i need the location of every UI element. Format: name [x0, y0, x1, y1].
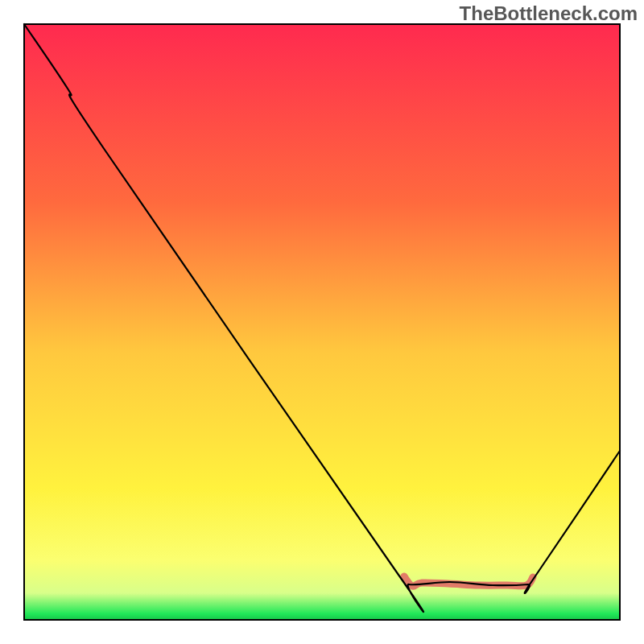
- chart-container: TheBottleneck.com: [0, 0, 644, 644]
- watermark-text: TheBottleneck.com: [460, 2, 638, 25]
- plot-background: [24, 24, 620, 620]
- chart-svg: [0, 0, 644, 644]
